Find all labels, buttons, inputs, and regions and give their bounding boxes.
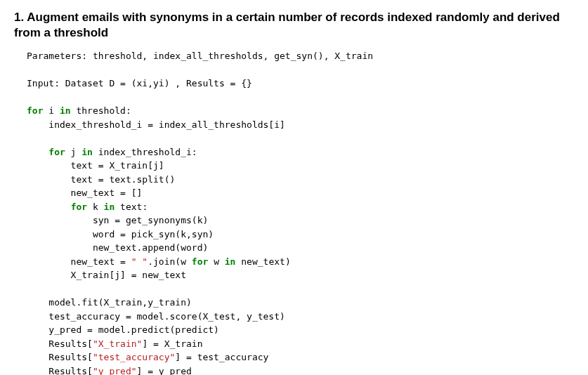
code-indent bbox=[27, 147, 48, 157]
code-line: word = pick_syn(k,syn) bbox=[27, 229, 214, 239]
code-text: text: bbox=[115, 202, 148, 212]
code-indent bbox=[27, 202, 71, 212]
code-line: new_text = [] bbox=[27, 188, 142, 198]
code-text: k bbox=[87, 202, 103, 212]
code-line: model.fit(X_train,y_train) bbox=[27, 297, 192, 308]
code-text: Results[ bbox=[27, 338, 93, 349]
kw-in: in bbox=[81, 147, 93, 157]
code-text: index_threshold_i: bbox=[93, 147, 197, 157]
str-literal: "X_train" bbox=[93, 338, 142, 349]
code-line: test_accuracy = model.score(X_test, y_te… bbox=[27, 311, 285, 322]
str-literal: " " bbox=[131, 256, 148, 267]
code-line: X_train[j] = new_text bbox=[27, 270, 186, 280]
code-line: y_pred = model.predict(predict) bbox=[27, 324, 219, 335]
code-line: syn = get_synonyms(k) bbox=[27, 215, 208, 225]
kw-in: in bbox=[60, 105, 71, 116]
code-text: Results[ bbox=[27, 352, 93, 362]
kw-for: for bbox=[71, 202, 87, 212]
code-text: i bbox=[43, 105, 59, 116]
kw-for: for bbox=[48, 147, 65, 157]
str-literal: "test_accuracy" bbox=[93, 352, 175, 362]
code-text: ] = X_train bbox=[142, 338, 202, 349]
code-line: text = text.split() bbox=[27, 174, 175, 185]
code-text: Results[ bbox=[27, 366, 93, 375]
kw-for: for bbox=[192, 256, 208, 267]
code-line: index_threshold_i = index_all_thresholds… bbox=[27, 119, 285, 130]
code-text: w bbox=[208, 256, 224, 267]
code-input: Input: Dataset D = (xi,yi) , Results = {… bbox=[27, 78, 252, 88]
code-line: text = X_train[j] bbox=[27, 160, 164, 171]
code-text: .join(w bbox=[148, 256, 192, 267]
code-params: Parameters: threshold, index_all_thresho… bbox=[27, 51, 373, 61]
kw-in: in bbox=[225, 256, 236, 267]
code-text: new_text) bbox=[235, 256, 290, 267]
section-heading: 1. Augment emails with synonyms in a cer… bbox=[14, 10, 574, 41]
code-text: ] = y_pred bbox=[137, 366, 192, 375]
code-text: j bbox=[65, 147, 81, 157]
kw-in: in bbox=[104, 202, 115, 212]
str-literal: "y_pred" bbox=[93, 366, 137, 375]
code-text: threshold: bbox=[71, 105, 131, 116]
kw-for: for bbox=[27, 105, 43, 116]
code-line: new_text.append(word) bbox=[27, 242, 208, 253]
code-text: ] = test_accuracy bbox=[175, 352, 268, 362]
code-block: Parameters: threshold, index_all_thresho… bbox=[14, 49, 574, 375]
code-text: new_text = bbox=[27, 256, 131, 267]
